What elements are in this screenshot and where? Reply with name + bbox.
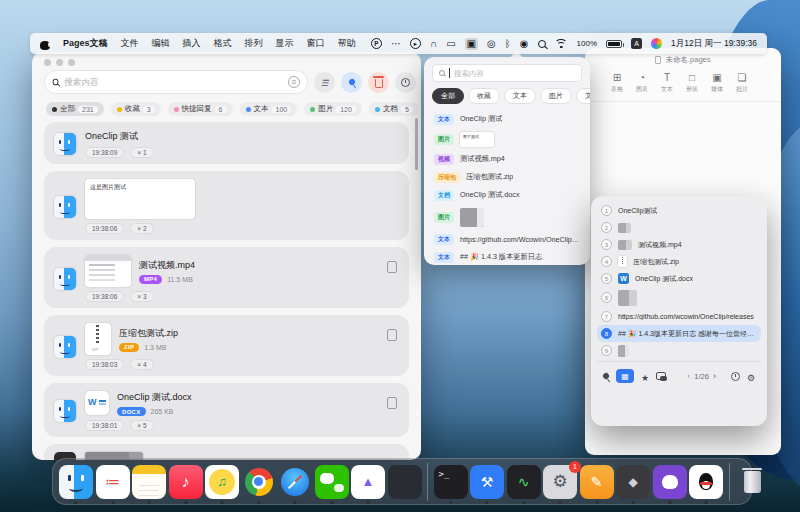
tab-favorites[interactable]: 收藏 [468,88,500,104]
tab-text[interactable]: 文本 [504,88,536,104]
file-action-icon[interactable] [387,397,397,409]
tool-media[interactable]: ▣媒体 [711,73,723,94]
quick-item-7[interactable]: 7 https://github.com/wcowin/OneClip/rele… [597,308,761,325]
popup-item-text[interactable]: 文本 OneClip 测试 [424,110,590,128]
clipboard-item-zip-file[interactable]: 压缩包测试.zip ZIP 1.3 MB 19:38:03 × 4 [44,315,409,376]
dock-reminders[interactable] [96,465,130,499]
popup-item-doc[interactable]: 文档 OneClip 测试.docx [424,186,590,204]
next-page-arrow[interactable]: › [713,371,716,381]
filter-chip-favorites[interactable]: 收藏3 [111,102,161,116]
popup-search-field[interactable] [432,64,582,82]
dock-cube-app[interactable] [616,465,650,499]
dock-music[interactable] [169,465,203,499]
filter-chip-text[interactable]: 文本100 [240,102,298,116]
dock-launchpad[interactable] [388,465,422,499]
filter-chip-quick-reply[interactable]: 快捷回复6 [168,102,233,116]
clipboard-item-image[interactable]: 这是图片测试 19:38:06 × 2 [44,171,409,240]
tags-icon[interactable] [656,372,667,381]
dock-chrome[interactable] [242,465,276,499]
menu-window[interactable]: 窗口 [307,37,325,50]
minimize-button[interactable] [56,59,63,66]
history-icon[interactable] [731,372,740,381]
input-source-icon[interactable]: A [631,38,642,49]
grid-view-button[interactable] [616,369,634,383]
bluetooth-icon[interactable]: ᛒ [505,39,511,49]
quick-item-6[interactable]: 6 [597,287,761,308]
dock-activity-monitor[interactable] [507,465,541,499]
apple-menu-icon[interactable] [40,38,50,50]
tool-shape[interactable]: □形状 [686,73,698,94]
menu-insert[interactable]: 插入 [183,37,201,50]
menu-view[interactable]: 显示 [276,37,294,50]
list-view-button[interactable] [314,72,335,93]
color-wheel-icon[interactable] [651,38,662,49]
dock-wechat[interactable] [315,465,349,499]
dock-system-settings[interactable]: 1 [543,465,577,499]
dock-trash[interactable] [735,465,769,499]
dock-qq-music[interactable] [205,465,239,499]
spotlight-search-icon[interactable] [538,40,546,48]
tool-table[interactable]: ⊞表格 [611,73,623,94]
quick-item-9[interactable]: 9 [597,342,761,359]
clear-trash-button[interactable] [368,72,389,93]
tab-doc[interactable]: 文档 [576,88,590,104]
menu-bar-clock[interactable]: 1月12日 周一 19:39:36 [671,38,757,50]
history-button[interactable] [395,72,416,93]
dock-safari[interactable] [278,465,312,499]
popup-item-link[interactable]: 文本 https://github.com/Wcowin/OneClip/r..… [424,230,590,248]
tool-comment[interactable]: ❏批注 [736,73,748,94]
close-button[interactable] [44,59,51,66]
active-app-menu[interactable]: Pages文稿 [63,37,108,50]
clipboard-item-video-file[interactable]: 测试视频.mp4 MP4 11.5 MB 19:38:06 × 3 [44,247,409,308]
menu-edit[interactable]: 编辑 [152,37,170,50]
menu-help[interactable]: 帮助 [338,37,356,50]
quick-item-3[interactable]: 3 测试视频.mp4 [597,236,761,253]
star-icon[interactable] [641,367,649,385]
popup-item-changelog[interactable]: 文本 ## 🎉 1.4.3 版本更新日志 [424,248,590,266]
filter-chip-doc[interactable]: 文档5 [369,102,419,116]
compass-icon[interactable]: ◉ [520,39,529,49]
dock-xcode[interactable] [470,465,504,499]
dock-github[interactable] [653,465,687,499]
popup-item-image[interactable]: 图片 图片测试 [424,128,590,150]
dock-rocket-app[interactable] [351,465,385,499]
tool-chart[interactable]: ◔图表 [636,73,648,94]
dock-qq[interactable] [689,465,723,499]
display-icon[interactable]: ▭ [446,39,455,49]
pin-icon[interactable] [602,372,610,380]
settings-icon[interactable] [747,367,755,385]
clipboard-item-text[interactable]: OneClip 测试 19:38:09 × 1 [44,122,409,164]
file-action-icon[interactable] [387,329,397,341]
popup-search-input[interactable] [454,69,575,78]
filter-icon[interactable] [288,76,300,88]
search-field[interactable] [44,70,308,94]
menu-format[interactable]: 格式 [214,37,232,50]
quick-item-5[interactable]: 5 W OneClip 测试.docx [597,270,761,287]
dock-finder[interactable] [59,465,93,499]
oneclip-menubar-icon[interactable]: ▣ [465,38,478,50]
filter-chip-all[interactable]: 全部231 [46,102,104,116]
search-input[interactable] [64,77,283,87]
filter-chip-image[interactable]: 图片120 [304,102,362,116]
popup-item-image-2[interactable]: 图片 [424,204,590,230]
tab-image[interactable]: 图片 [540,88,572,104]
dock-terminal[interactable] [434,465,468,499]
quick-item-8-selected[interactable]: 8 ## 🎉 1.4.3版本更新日志 感谢每一位曾经和未... [597,325,761,342]
pin-button[interactable] [341,72,362,93]
popup-item-video[interactable]: 视频 测试视频.mp4 [424,150,590,168]
quick-item-1[interactable]: 1 OneClip测试 [597,202,761,219]
headphones-icon[interactable]: ∩ [430,39,437,49]
dock-notes[interactable] [132,465,166,499]
battery-icon[interactable] [606,40,622,48]
more-status-icon[interactable]: ⋯ [391,39,401,49]
tool-text[interactable]: T文本 [661,73,673,94]
clipboard-item-docx-file[interactable]: OneClip 测试.docx DOCX 265 KB 19:38:01 × 5 [44,383,409,437]
dock-pages[interactable] [580,465,614,499]
wifi-icon[interactable] [555,39,568,49]
quick-item-4[interactable]: 4 压缩包测试.zip [597,253,761,270]
screen-record-icon[interactable]: ◎ [487,39,496,49]
popup-item-zip[interactable]: 压缩包 压缩包测试.zip [424,168,590,186]
tab-all[interactable]: 全部 [432,88,464,104]
scrollbar[interactable] [415,118,418,170]
file-action-icon[interactable] [387,261,397,273]
